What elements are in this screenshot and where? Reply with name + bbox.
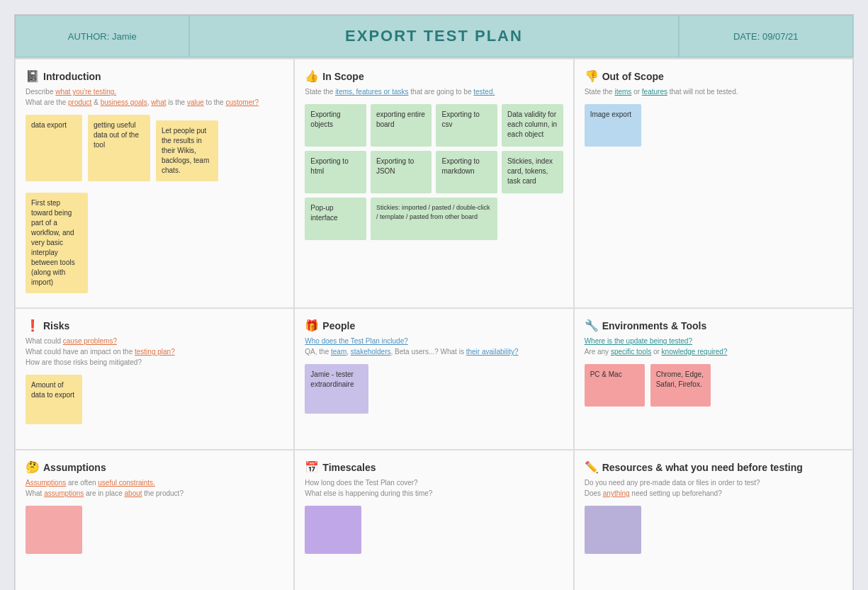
sticky-amount-data: Amount of data to export xyxy=(26,375,82,424)
timescales-icon: 📅 xyxy=(305,460,319,474)
out-of-scope-stickies: Image export xyxy=(585,104,842,147)
sticky-first-step: First step toward being part of a workfl… xyxy=(26,193,88,293)
resources-icon: ✏️ xyxy=(585,460,599,474)
author-label: AUTHOR: Jamie xyxy=(68,31,137,42)
resources-cell: ✏️ Resources & what you need before test… xyxy=(574,450,853,590)
introduction-icon: 📓 xyxy=(26,69,40,83)
sticky-exporting-objects: Exporting objects xyxy=(305,104,366,147)
sticky-stickies-imported: Stickies: imported / pasted / double-cli… xyxy=(371,198,497,240)
in-scope-icon: 👍 xyxy=(305,69,319,83)
sticky-timescales-empty xyxy=(305,506,361,554)
resources-title: ✏️ Resources & what you need before test… xyxy=(585,460,842,474)
date-label: DATE: 09/07/21 xyxy=(733,31,799,42)
sticky-exporting-json: Exporting to JSON xyxy=(371,151,432,193)
timescales-title: 📅 Timescales xyxy=(305,460,563,474)
introduction-cell: 📓 Introduction Describe what you're test… xyxy=(15,59,294,308)
sticky-exporting-markdown: Exporting to markdown xyxy=(436,151,497,193)
header: AUTHOR: Jamie EXPORT TEST PLAN DATE: 09/… xyxy=(15,15,853,58)
environments-icon: 🔧 xyxy=(585,319,599,332)
sticky-getting-useful: getting useful data out of the tool xyxy=(88,115,150,181)
environments-cell: 🔧 Environments & Tools Where is the upda… xyxy=(574,308,853,450)
main-grid: 📓 Introduction Describe what you're test… xyxy=(15,58,853,590)
risks-title: ❗ Risks xyxy=(26,319,283,332)
in-scope-stickies: Exporting objects exporting entire board… xyxy=(305,104,563,240)
assumptions-icon: 🤔 xyxy=(26,460,40,474)
sticky-let-people: Let people put the results in their Wiki… xyxy=(156,120,218,181)
sticky-assumptions-empty xyxy=(26,506,82,554)
out-of-scope-icon: 👎 xyxy=(585,69,599,83)
people-stickies: Jamie - tester extraordinaire xyxy=(305,364,563,414)
sticky-exporting-board: exporting entire board xyxy=(371,104,432,147)
assumptions-desc: Assumptions are often useful constraints… xyxy=(26,477,283,499)
sticky-popup: Pop-up interface xyxy=(305,198,366,240)
people-cell: 🎁 People Who does the Test Plan include?… xyxy=(294,308,573,450)
introduction-stickies: data export getting useful data out of t… xyxy=(26,115,283,293)
out-of-scope-title: 👎 Out of Scope xyxy=(585,69,842,83)
sticky-jamie: Jamie - tester extraordinaire xyxy=(305,364,368,414)
out-of-scope-desc: State the items or features that will no… xyxy=(585,86,842,97)
sticky-exporting-csv: Exporting to csv xyxy=(436,104,497,147)
page-title: EXPORT TEST PLAN xyxy=(345,27,523,45)
title-cell: EXPORT TEST PLAN xyxy=(189,15,678,57)
environments-stickies: PC & Mac Chrome, Edge, Safari, Firefox. xyxy=(585,364,842,407)
risks-icon: ❗ xyxy=(26,319,40,332)
in-scope-desc: State the items, features or tasks that … xyxy=(305,86,563,97)
environments-desc: Where is the update being tested? Are an… xyxy=(585,336,842,357)
author-cell: AUTHOR: Jamie xyxy=(15,15,189,57)
assumptions-title: 🤔 Assumptions xyxy=(26,460,283,474)
sticky-stickies-index: Stickies, index card, tokens, task card xyxy=(502,151,563,193)
risks-desc: What could cause problems? What could ha… xyxy=(26,336,283,368)
sticky-resources-empty xyxy=(585,506,641,554)
timescales-cell: 📅 Timescales How long does the Test Plan… xyxy=(294,450,573,590)
assumptions-cell: 🤔 Assumptions Assumptions are often usef… xyxy=(15,450,294,590)
introduction-desc: Describe what you're testing. What are t… xyxy=(26,86,283,108)
people-icon: 🎁 xyxy=(305,319,319,332)
environments-title: 🔧 Environments & Tools xyxy=(585,319,842,332)
in-scope-cell: 👍 In Scope State the items, features or … xyxy=(294,59,573,308)
introduction-title: 📓 Introduction xyxy=(26,69,283,83)
sticky-pc-mac: PC & Mac xyxy=(585,364,645,407)
date-cell: DATE: 09/07/21 xyxy=(679,15,853,57)
sticky-data-export: data export xyxy=(26,115,82,181)
sticky-browsers: Chrome, Edge, Safari, Firefox. xyxy=(650,364,711,407)
risks-cell: ❗ Risks What could cause problems? What … xyxy=(15,308,294,450)
resources-stickies xyxy=(585,506,842,554)
people-title: 🎁 People xyxy=(305,319,563,332)
risks-stickies: Amount of data to export xyxy=(26,375,283,424)
in-scope-title: 👍 In Scope xyxy=(305,69,563,83)
sticky-image-export: Image export xyxy=(585,104,641,147)
timescales-desc: How long does the Test Plan cover? What … xyxy=(305,477,563,499)
timescales-stickies xyxy=(305,506,563,554)
out-of-scope-cell: 👎 Out of Scope State the items or featur… xyxy=(574,59,853,308)
sticky-data-validity: Data validity for each column, in each o… xyxy=(502,104,563,147)
assumptions-stickies xyxy=(26,506,283,554)
page: AUTHOR: Jamie EXPORT TEST PLAN DATE: 09/… xyxy=(14,14,854,590)
resources-desc: Do you need any pre-made data or files i… xyxy=(585,477,842,499)
sticky-exporting-html: Exporting to html xyxy=(305,151,366,193)
people-desc: Who does the Test Plan include? QA, the … xyxy=(305,336,563,357)
